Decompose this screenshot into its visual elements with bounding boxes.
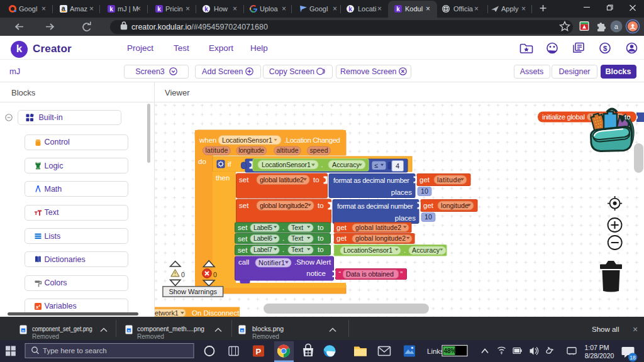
svg-text:k: k xyxy=(396,6,400,13)
svg-text:global longitude2: global longitude2 xyxy=(260,202,308,209)
svg-text:LocationSensor1: LocationSensor1 xyxy=(222,136,272,144)
svg-text:0: 0 xyxy=(181,271,185,278)
svg-text:mJ | M: mJ | M xyxy=(118,5,138,13)
svg-text:Data is obtained: Data is obtained xyxy=(346,270,394,278)
svg-text:10: 10 xyxy=(421,187,428,195)
svg-text:.: . xyxy=(321,161,323,168)
svg-text:”: ” xyxy=(401,270,403,278)
svg-text:×: × xyxy=(89,4,94,13)
svg-text:Amaz: Amaz xyxy=(70,5,87,13)
svg-text:set: set xyxy=(239,202,249,209)
svg-text:global latitude2: global latitude2 xyxy=(260,176,304,184)
svg-text:×: × xyxy=(186,4,190,13)
svg-text:get: get xyxy=(423,202,434,209)
svg-text:48%: 48% xyxy=(444,348,457,354)
svg-text:$: $ xyxy=(603,45,608,52)
svg-text:Googl: Googl xyxy=(309,5,328,13)
svg-text:×: × xyxy=(521,4,526,13)
svg-text:longitude: longitude xyxy=(238,146,264,154)
svg-text:≤: ≤ xyxy=(375,162,379,169)
svg-text:Accuracy: Accuracy xyxy=(332,161,360,168)
svg-text:Label5: Label5 xyxy=(253,224,272,231)
svg-text:set: set xyxy=(238,224,248,231)
svg-text:Apply: Apply xyxy=(501,5,519,13)
svg-text:On Disconnect: On Disconnect xyxy=(192,309,240,317)
svg-text:×: × xyxy=(42,4,46,13)
svg-text:.: . xyxy=(282,246,284,253)
svg-text:Links: Links xyxy=(427,348,444,355)
svg-text:notice: notice xyxy=(306,270,326,277)
svg-text:global longitude2: global longitude2 xyxy=(355,234,406,242)
svg-text:0: 0 xyxy=(213,271,217,278)
svg-text:x²: x² xyxy=(36,304,40,309)
svg-text:longitude: longitude xyxy=(441,202,469,209)
svg-text:when: when xyxy=(199,136,217,144)
svg-text:set: set xyxy=(238,235,248,243)
svg-text:to: to xyxy=(318,224,324,231)
svg-text:Label6: Label6 xyxy=(253,234,272,242)
svg-text:Label7: Label7 xyxy=(253,246,272,253)
svg-text:set: set xyxy=(239,176,249,184)
svg-text:a: a xyxy=(614,23,619,30)
svg-text:do: do xyxy=(198,158,206,165)
svg-text:format as decimal number: format as decimal number xyxy=(333,177,409,184)
svg-text:×: × xyxy=(136,4,141,13)
svg-text:10: 10 xyxy=(425,213,432,221)
svg-text:k: k xyxy=(204,6,208,13)
svg-text:Kodul: Kodul xyxy=(405,5,423,13)
svg-text:Googl: Googl xyxy=(19,5,37,13)
svg-text:set: set xyxy=(238,246,248,254)
svg-text:latitude: latitude xyxy=(205,146,228,154)
svg-text:global latitude2: global latitude2 xyxy=(355,224,401,231)
svg-text:k: k xyxy=(348,6,352,13)
svg-text:speed: speed xyxy=(310,146,328,154)
svg-text:×: × xyxy=(282,4,286,13)
svg-text:altitude: altitude xyxy=(277,146,299,154)
svg-text:get: get xyxy=(336,224,347,231)
svg-text:×: × xyxy=(474,4,479,13)
svg-text:P: P xyxy=(256,347,262,356)
svg-text:Text: Text xyxy=(291,246,303,253)
svg-text:.: . xyxy=(404,246,406,254)
svg-text:18: 18 xyxy=(630,354,636,361)
svg-text:to: to xyxy=(313,176,319,184)
svg-text:call: call xyxy=(238,258,249,266)
svg-text:to: to xyxy=(318,246,324,253)
svg-text:×: × xyxy=(426,4,430,13)
svg-text:Text: Text xyxy=(291,224,303,231)
svg-text:×: × xyxy=(377,4,382,13)
svg-text:Uploa: Uploa xyxy=(260,5,279,13)
svg-text:k: k xyxy=(109,6,113,13)
svg-text:k: k xyxy=(157,6,161,13)
svg-text:to: to xyxy=(625,113,631,121)
svg-text:etwork1: etwork1 xyxy=(155,309,179,317)
svg-text:Show Warnings: Show Warnings xyxy=(169,288,217,295)
svg-text:Accuracy: Accuracy xyxy=(412,246,440,254)
svg-text:How: How xyxy=(214,5,228,13)
svg-text:4: 4 xyxy=(396,162,399,170)
svg-text:format as decimal number: format as decimal number xyxy=(337,202,413,210)
svg-text:latitude: latitude xyxy=(437,176,461,184)
svg-text:×: × xyxy=(233,4,237,13)
svg-text:Type here to search: Type here to search xyxy=(43,347,107,354)
svg-text:.Location Changed: .Location Changed xyxy=(284,136,340,144)
svg-text:Pricin: Pricin xyxy=(165,5,183,13)
svg-text:places: places xyxy=(395,214,416,222)
svg-text:.: . xyxy=(282,234,284,242)
svg-text:.Show Alert: .Show Alert xyxy=(294,258,331,266)
svg-text:initialize global: initialize global xyxy=(542,113,585,121)
svg-text:then: then xyxy=(216,174,230,182)
svg-text:LocationSensor1: LocationSensor1 xyxy=(262,161,311,168)
svg-text:places: places xyxy=(391,189,412,196)
svg-text:“: “ xyxy=(339,270,341,278)
svg-text:Notifier1: Notifier1 xyxy=(258,259,285,266)
svg-text:LocationSensor1: LocationSensor1 xyxy=(343,246,392,254)
svg-text:8/28/2020: 8/28/2020 xyxy=(585,352,614,359)
svg-text:if: if xyxy=(228,160,232,168)
svg-text:.: . xyxy=(282,224,284,231)
svg-text:get: get xyxy=(336,234,347,242)
svg-text:to: to xyxy=(318,234,324,242)
svg-text:to: to xyxy=(318,202,324,209)
svg-text:Officia: Officia xyxy=(453,5,474,13)
svg-text:get: get xyxy=(419,176,430,184)
